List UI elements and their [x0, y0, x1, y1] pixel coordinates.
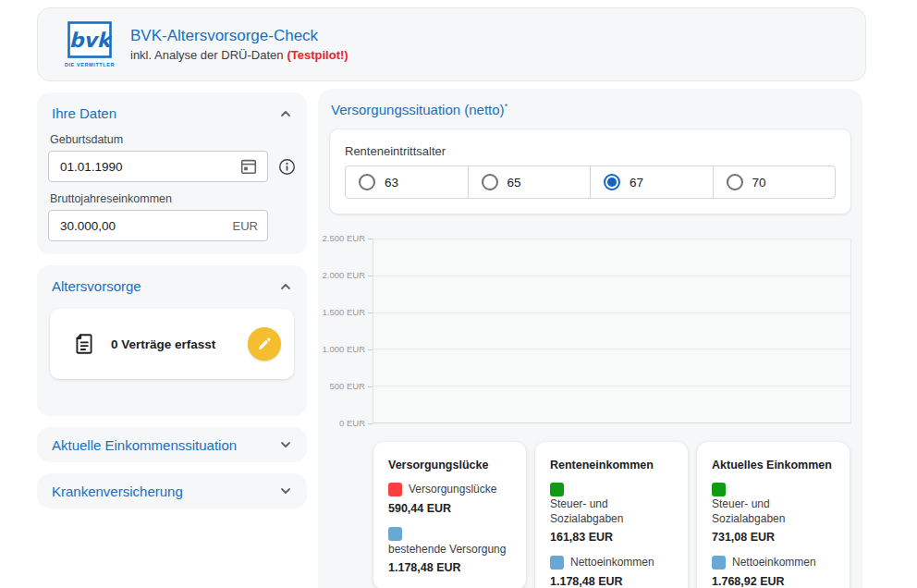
- main-title: Versorgungssituation (netto)*: [329, 102, 851, 117]
- bruttojahreseinkommen-input-value[interactable]: [60, 219, 233, 233]
- chart: 0 EUR500 EUR1.000 EUR1.500 EUR2.000 EUR2…: [329, 239, 851, 423]
- svg-text:bvk: bvk: [69, 29, 112, 52]
- legend-card-title: Aktuelles Einkommen: [712, 459, 835, 472]
- header: bvk DIE VERMITTLER BVK-Altersvorsorge-Ch…: [37, 7, 866, 81]
- bruttojahreseinkommen-label: Bruttojahreseinkommen: [48, 192, 296, 205]
- chart-y-axis: 0 EUR500 EUR1.000 EUR1.500 EUR2.000 EUR2…: [329, 239, 373, 423]
- calendar-icon[interactable]: [239, 157, 258, 176]
- pencil-icon: [257, 337, 272, 351]
- geburtsdatum-field: Geburtsdatum: [48, 133, 296, 182]
- radio-option-label: 65: [507, 176, 521, 190]
- y-axis-label: 1.000 EUR: [323, 344, 365, 354]
- legend-value: 161,83 EUR: [550, 530, 673, 545]
- retirement-age-option-63[interactable]: 63: [346, 166, 469, 198]
- legend-value: 1.768,92 EUR: [712, 574, 835, 588]
- contracts-count-text: 0 Verträge erfasst: [111, 337, 215, 351]
- panel-ihre-daten: Ihre Daten Geburtsdatum: [37, 92, 307, 254]
- currency-unit: EUR: [233, 219, 258, 233]
- bar-slot: [373, 239, 532, 423]
- retirement-age-label: Renteneintrittsalter: [345, 144, 836, 158]
- legend-value: 731,08 EUR: [712, 530, 835, 545]
- footnote-marker: *: [505, 102, 508, 111]
- legend-item: Nettoeinkommen1.768,92 EUR: [712, 556, 835, 588]
- y-axis-label: 2.000 EUR: [323, 270, 365, 280]
- legend-value: 1.178,48 EUR: [550, 574, 673, 588]
- legend-card-title: Renteneinkommen: [550, 459, 673, 472]
- header-text: BVK-Altersvorsorge-Check inkl. Analyse d…: [130, 27, 348, 62]
- radio-icon[interactable]: [727, 174, 743, 190]
- legend-label: Versorgungslücke: [409, 483, 496, 496]
- page-subtitle: inkl. Analyse der DRÜ-Daten(Testpilot!): [130, 48, 348, 62]
- radio-option-label: 70: [752, 176, 766, 190]
- logo-caption: DIE VERMITTLER: [65, 62, 115, 67]
- legend-label: Steuer- und Sozialabgaben: [712, 497, 835, 526]
- main-panel: Versorgungssituation (netto)* Renteneint…: [318, 89, 862, 588]
- chevron-up-icon: [279, 107, 292, 120]
- panel-altersvorsorge-header[interactable]: Altersvorsorge: [48, 276, 296, 296]
- page-title: BVK-Altersvorsorge-Check: [130, 27, 348, 45]
- bvk-logo: bvk DIE VERMITTLER: [62, 21, 117, 67]
- radio-option-label: 63: [385, 176, 398, 190]
- bruttojahreseinkommen-field: Bruttojahreseinkommen EUR: [48, 192, 296, 241]
- retirement-age-option-70[interactable]: 70: [714, 166, 836, 198]
- legend-swatch-red: [388, 483, 402, 496]
- legend-card-title: Versorgungslücke: [388, 459, 511, 472]
- edit-contracts-button[interactable]: [248, 327, 281, 361]
- info-icon[interactable]: [278, 158, 296, 176]
- legend-item: Versorgungslücke590,44 EUR: [388, 483, 511, 516]
- radio-option-label: 67: [630, 176, 643, 190]
- subtitle-text: inkl. Analyse der DRÜ-Daten: [130, 48, 283, 62]
- legend-value: 1.178,48 EUR: [388, 560, 511, 575]
- bars-container: [373, 239, 850, 423]
- retirement-age-option-67[interactable]: 67: [591, 166, 714, 198]
- panel-aktuelle-einkommenssituation[interactable]: Aktuelle Einkommenssituation: [37, 427, 307, 462]
- legend-swatch-blue: [712, 556, 726, 570]
- geburtsdatum-input[interactable]: [48, 151, 268, 182]
- legend-label: bestehende Versorgung: [388, 543, 506, 557]
- panel-altersvorsorge-title: Altersvorsorge: [52, 278, 141, 294]
- bruttojahreseinkommen-input[interactable]: EUR: [48, 210, 268, 241]
- legend-swatch-green: [712, 483, 726, 496]
- testpilot-badge: (Testpilot!): [287, 48, 348, 62]
- legend-item: Steuer- und Sozialabgaben731,08 EUR: [712, 483, 835, 545]
- geburtsdatum-label: Geburtsdatum: [48, 133, 296, 146]
- radio-icon[interactable]: [604, 174, 620, 190]
- y-axis-tick: [368, 423, 373, 424]
- legend-item: Steuer- und Sozialabgaben161,83 EUR: [550, 483, 673, 545]
- contracts-card: 0 Verträge erfasst: [50, 309, 294, 379]
- panel-krankenversicherung[interactable]: Krankenversicherung: [37, 473, 307, 508]
- geburtsdatum-input-value[interactable]: [60, 160, 239, 174]
- panel-aktuelle-einkommenssituation-title: Aktuelle Einkommenssituation: [52, 437, 237, 453]
- retirement-age-option-65[interactable]: 65: [469, 166, 592, 198]
- chevron-up-icon: [279, 280, 292, 293]
- document-icon: [72, 332, 96, 356]
- sidebar: Ihre Daten Geburtsdatum: [37, 92, 307, 508]
- legend-row: VersorgungslückeVersorgungslücke590,44 E…: [373, 442, 851, 588]
- bar-slot: [532, 239, 691, 423]
- legend-swatch-green: [550, 483, 564, 496]
- panel-altersvorsorge: Altersvorsorge 0 Verträge erfasst: [37, 265, 307, 416]
- legend-item: Nettoeinkommen1.178,48 EUR: [550, 556, 673, 588]
- legend-item: bestehende Versorgung1.178,48 EUR: [388, 527, 511, 575]
- legend-label: Steuer- und Sozialabgaben: [550, 497, 673, 526]
- legend-card-renteneinkommen: RenteneinkommenSteuer- und Sozialabgaben…: [535, 442, 688, 588]
- y-axis-label: 1.500 EUR: [323, 307, 365, 317]
- legend-label: Nettoeinkommen: [732, 556, 816, 570]
- panel-krankenversicherung-title: Krankenversicherung: [52, 484, 183, 499]
- y-axis-label: 2.500 EUR: [323, 233, 365, 243]
- chevron-down-icon: [279, 438, 292, 451]
- retirement-age-group: 63656770: [345, 165, 836, 199]
- panel-ihre-daten-title: Ihre Daten: [52, 105, 116, 121]
- legend-swatch-blue: [388, 527, 402, 541]
- y-axis-label: 500 EUR: [329, 381, 365, 391]
- radio-icon[interactable]: [482, 174, 498, 190]
- legend-swatch-blue: [550, 556, 564, 570]
- y-axis-label: 0 EUR: [339, 418, 365, 428]
- radio-icon[interactable]: [359, 174, 375, 190]
- legend-value: 590,44 EUR: [388, 501, 511, 516]
- panel-ihre-daten-header[interactable]: Ihre Daten: [48, 104, 296, 123]
- legend-card-versorgungsl-cke: VersorgungslückeVersorgungslücke590,44 E…: [373, 442, 526, 588]
- chevron-down-icon: [279, 484, 292, 497]
- legend-card-aktuelles-einkommen: Aktuelles EinkommenSteuer- und Sozialabg…: [697, 442, 850, 588]
- legend-label: Nettoeinkommen: [570, 556, 654, 570]
